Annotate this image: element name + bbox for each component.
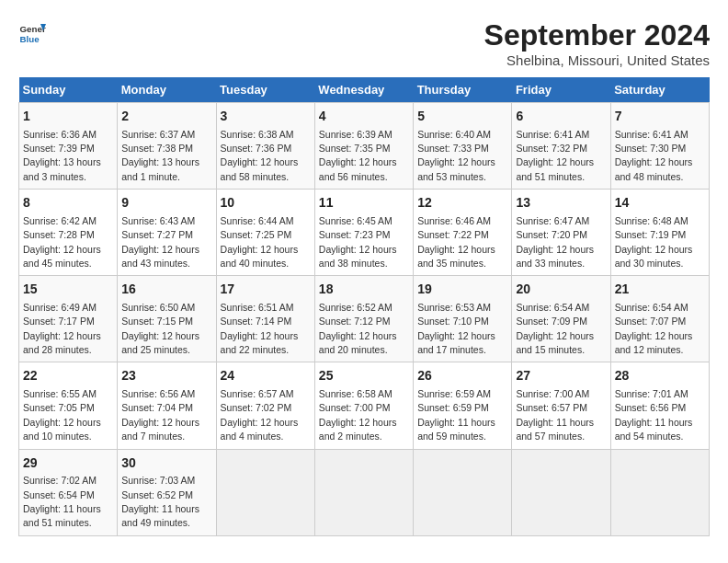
day-info: Sunrise: 6:55 AM Sunset: 7:05 PM Dayligh… xyxy=(23,388,101,442)
day-info: Sunrise: 6:41 AM Sunset: 7:30 PM Dayligh… xyxy=(615,129,693,182)
day-cell-6: 6Sunrise: 6:41 AM Sunset: 7:32 PM Daylig… xyxy=(512,103,610,190)
header-wednesday: Wednesday xyxy=(314,77,413,103)
day-cell-24: 24Sunrise: 6:57 AM Sunset: 7:02 PM Dayli… xyxy=(216,362,314,449)
day-info: Sunrise: 7:02 AM Sunset: 6:54 PM Dayligh… xyxy=(23,475,101,528)
day-cell-23: 23Sunrise: 6:56 AM Sunset: 7:04 PM Dayli… xyxy=(118,362,216,449)
day-cell-25: 25Sunrise: 6:58 AM Sunset: 7:00 PM Dayli… xyxy=(314,362,413,449)
day-info: Sunrise: 6:48 AM Sunset: 7:19 PM Dayligh… xyxy=(615,215,693,269)
empty-cell xyxy=(610,449,709,535)
calendar-week-5: 29Sunrise: 7:02 AM Sunset: 6:54 PM Dayli… xyxy=(19,449,710,535)
day-number: 11 xyxy=(319,194,409,213)
day-info: Sunrise: 7:03 AM Sunset: 6:52 PM Dayligh… xyxy=(121,475,199,528)
day-number: 13 xyxy=(516,194,606,213)
day-info: Sunrise: 7:01 AM Sunset: 6:56 PM Dayligh… xyxy=(615,388,693,442)
day-cell-27: 27Sunrise: 7:00 AM Sunset: 6:57 PM Dayli… xyxy=(512,362,610,449)
day-cell-30: 30Sunrise: 7:03 AM Sunset: 6:52 PM Dayli… xyxy=(118,449,216,535)
day-number: 9 xyxy=(121,194,211,213)
day-number: 10 xyxy=(221,194,311,213)
day-cell-2: 2Sunrise: 6:37 AM Sunset: 7:38 PM Daylig… xyxy=(118,103,216,190)
header-tuesday: Tuesday xyxy=(216,77,314,103)
day-info: Sunrise: 6:40 AM Sunset: 7:33 PM Dayligh… xyxy=(417,129,495,182)
day-info: Sunrise: 6:58 AM Sunset: 7:00 PM Dayligh… xyxy=(319,388,397,442)
header-saturday: Saturday xyxy=(610,77,709,103)
day-cell-22: 22Sunrise: 6:55 AM Sunset: 7:05 PM Dayli… xyxy=(19,362,118,449)
day-cell-13: 13Sunrise: 6:47 AM Sunset: 7:20 PM Dayli… xyxy=(512,190,610,276)
day-info: Sunrise: 6:57 AM Sunset: 7:02 PM Dayligh… xyxy=(221,388,299,442)
day-number: 17 xyxy=(221,281,311,299)
page-header: General Blue September 2024 Shelbina, Mi… xyxy=(18,18,710,68)
title-block: September 2024 Shelbina, Missouri, Unite… xyxy=(484,18,710,68)
day-info: Sunrise: 7:00 AM Sunset: 6:57 PM Dayligh… xyxy=(516,388,594,442)
day-cell-9: 9Sunrise: 6:43 AM Sunset: 7:27 PM Daylig… xyxy=(118,190,216,276)
day-number: 3 xyxy=(221,108,311,126)
day-number: 27 xyxy=(516,367,606,385)
day-number: 12 xyxy=(417,194,507,213)
day-cell-29: 29Sunrise: 7:02 AM Sunset: 6:54 PM Dayli… xyxy=(19,449,118,535)
day-number: 22 xyxy=(23,367,113,385)
day-number: 19 xyxy=(417,281,507,299)
day-number: 25 xyxy=(319,367,409,385)
empty-cell xyxy=(314,449,413,535)
calendar-table: SundayMondayTuesdayWednesdayThursdayFrid… xyxy=(18,77,710,536)
day-number: 5 xyxy=(417,108,507,126)
calendar-header-row: SundayMondayTuesdayWednesdayThursdayFrid… xyxy=(19,77,710,103)
day-number: 30 xyxy=(121,454,211,473)
day-info: Sunrise: 6:56 AM Sunset: 7:04 PM Dayligh… xyxy=(121,388,199,442)
day-info: Sunrise: 6:37 AM Sunset: 7:38 PM Dayligh… xyxy=(121,129,199,182)
day-info: Sunrise: 6:47 AM Sunset: 7:20 PM Dayligh… xyxy=(516,215,594,269)
day-cell-21: 21Sunrise: 6:54 AM Sunset: 7:07 PM Dayli… xyxy=(610,276,709,362)
day-info: Sunrise: 6:36 AM Sunset: 7:39 PM Dayligh… xyxy=(23,129,101,182)
day-info: Sunrise: 6:41 AM Sunset: 7:32 PM Dayligh… xyxy=(516,129,594,182)
calendar-week-2: 8Sunrise: 6:42 AM Sunset: 7:28 PM Daylig… xyxy=(19,190,710,276)
day-number: 7 xyxy=(615,108,705,126)
day-info: Sunrise: 6:54 AM Sunset: 7:07 PM Dayligh… xyxy=(615,302,693,355)
day-cell-15: 15Sunrise: 6:49 AM Sunset: 7:17 PM Dayli… xyxy=(19,276,118,362)
day-info: Sunrise: 6:50 AM Sunset: 7:15 PM Dayligh… xyxy=(121,302,199,355)
header-sunday: Sunday xyxy=(19,77,118,103)
day-info: Sunrise: 6:42 AM Sunset: 7:28 PM Dayligh… xyxy=(23,215,101,269)
day-cell-3: 3Sunrise: 6:38 AM Sunset: 7:36 PM Daylig… xyxy=(216,103,314,190)
day-number: 15 xyxy=(23,281,113,299)
day-cell-26: 26Sunrise: 6:59 AM Sunset: 6:59 PM Dayli… xyxy=(414,362,512,449)
day-cell-10: 10Sunrise: 6:44 AM Sunset: 7:25 PM Dayli… xyxy=(216,190,314,276)
day-info: Sunrise: 6:43 AM Sunset: 7:27 PM Dayligh… xyxy=(121,215,199,269)
day-number: 1 xyxy=(23,108,113,126)
day-info: Sunrise: 6:52 AM Sunset: 7:12 PM Dayligh… xyxy=(319,302,397,355)
logo: General Blue xyxy=(18,18,46,46)
day-number: 16 xyxy=(121,281,211,299)
day-cell-7: 7Sunrise: 6:41 AM Sunset: 7:30 PM Daylig… xyxy=(610,103,709,190)
empty-cell xyxy=(414,449,512,535)
svg-text:Blue: Blue xyxy=(20,34,40,44)
day-number: 23 xyxy=(121,367,211,385)
day-number: 29 xyxy=(23,454,113,473)
day-cell-12: 12Sunrise: 6:46 AM Sunset: 7:22 PM Dayli… xyxy=(414,190,512,276)
day-info: Sunrise: 6:54 AM Sunset: 7:09 PM Dayligh… xyxy=(516,302,594,355)
day-info: Sunrise: 6:49 AM Sunset: 7:17 PM Dayligh… xyxy=(23,302,101,355)
empty-cell xyxy=(216,449,314,535)
day-cell-11: 11Sunrise: 6:45 AM Sunset: 7:23 PM Dayli… xyxy=(314,190,413,276)
page-title: September 2024 xyxy=(484,18,710,52)
day-info: Sunrise: 6:51 AM Sunset: 7:14 PM Dayligh… xyxy=(221,302,299,355)
day-info: Sunrise: 6:44 AM Sunset: 7:25 PM Dayligh… xyxy=(221,215,299,269)
day-cell-18: 18Sunrise: 6:52 AM Sunset: 7:12 PM Dayli… xyxy=(314,276,413,362)
day-number: 18 xyxy=(319,281,409,299)
day-info: Sunrise: 6:45 AM Sunset: 7:23 PM Dayligh… xyxy=(319,215,397,269)
empty-cell xyxy=(512,449,610,535)
day-number: 4 xyxy=(319,108,409,126)
header-thursday: Thursday xyxy=(414,77,512,103)
day-cell-20: 20Sunrise: 6:54 AM Sunset: 7:09 PM Dayli… xyxy=(512,276,610,362)
day-info: Sunrise: 6:38 AM Sunset: 7:36 PM Dayligh… xyxy=(221,129,299,182)
day-cell-28: 28Sunrise: 7:01 AM Sunset: 6:56 PM Dayli… xyxy=(610,362,709,449)
calendar-week-1: 1Sunrise: 6:36 AM Sunset: 7:39 PM Daylig… xyxy=(19,103,710,190)
day-number: 2 xyxy=(121,108,211,126)
day-cell-5: 5Sunrise: 6:40 AM Sunset: 7:33 PM Daylig… xyxy=(414,103,512,190)
day-cell-19: 19Sunrise: 6:53 AM Sunset: 7:10 PM Dayli… xyxy=(414,276,512,362)
header-monday: Monday xyxy=(118,77,216,103)
day-number: 24 xyxy=(221,367,311,385)
day-number: 21 xyxy=(615,281,705,299)
day-info: Sunrise: 6:46 AM Sunset: 7:22 PM Dayligh… xyxy=(417,215,495,269)
day-number: 6 xyxy=(516,108,606,126)
calendar-week-3: 15Sunrise: 6:49 AM Sunset: 7:17 PM Dayli… xyxy=(19,276,710,362)
page-subtitle: Shelbina, Missouri, United States xyxy=(484,52,710,68)
day-cell-14: 14Sunrise: 6:48 AM Sunset: 7:19 PM Dayli… xyxy=(610,190,709,276)
